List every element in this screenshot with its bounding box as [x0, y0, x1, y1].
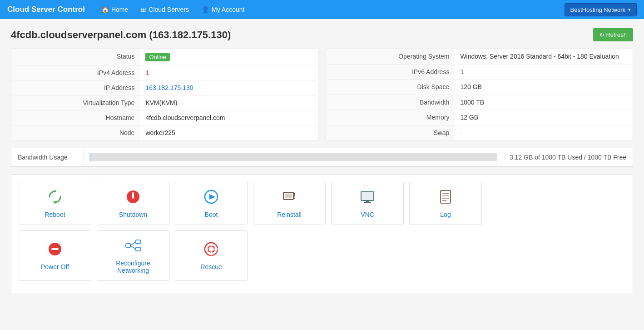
- table-row: Swap -: [326, 125, 633, 140]
- navbar: Cloud Server Control 🏠 Home ⊞ Cloud Serv…: [0, 0, 644, 19]
- svg-rect-13: [362, 192, 373, 200]
- vnc-icon: [359, 189, 376, 207]
- grid-icon: ⊞: [141, 6, 146, 13]
- bandwidth-section: Bandwidth Usage 3.12 GB of 1000 TB Used …: [11, 148, 633, 167]
- svg-rect-25: [136, 240, 140, 244]
- actions-row-2: Power Off Reconfigure Networking: [19, 230, 625, 281]
- shutdown-icon: [125, 189, 141, 207]
- os-label: Operating System: [326, 49, 455, 65]
- reboot-button[interactable]: Reboot: [19, 182, 91, 225]
- navbar-links: 🏠 Home ⊞ Cloud Servers 👤 My Account: [96, 2, 565, 17]
- table-row: Disk Space 120 GB: [326, 80, 633, 95]
- disk-space-value: 120 GB: [455, 80, 633, 95]
- rescue-label: Rescue: [200, 263, 222, 270]
- chevron-down-icon: ▾: [628, 7, 631, 13]
- ip-address-value: 163.182.175.130: [145, 84, 193, 91]
- bandwidth-bar-container: [84, 148, 503, 166]
- swap-label: Swap: [326, 125, 455, 140]
- navbar-brand: Cloud Server Control: [7, 5, 85, 14]
- ipv6-value: 1: [455, 64, 633, 80]
- reboot-label: Reboot: [45, 211, 65, 218]
- vnc-label: VNC: [361, 211, 374, 218]
- memory-value: 12 GB: [455, 110, 633, 125]
- power-off-icon: [47, 241, 63, 260]
- actions-row-1: Reboot Shutdown Boot: [19, 182, 625, 225]
- table-row: IP Address 163.182.175.130: [11, 80, 318, 95]
- table-row: Memory 12 GB: [326, 110, 633, 125]
- server-info-left-table: Status Online IPv4 Address 1 IP Address …: [11, 49, 318, 140]
- status-label: Status: [11, 49, 140, 65]
- info-section: Status Online IPv4 Address 1 IP Address …: [11, 49, 633, 140]
- shutdown-label: Shutdown: [119, 211, 147, 218]
- table-row: Hostname 4fcdb.cloudserverpanel.com: [11, 110, 318, 125]
- rescue-icon: [203, 241, 219, 260]
- bandwidth-label: Bandwidth: [326, 95, 455, 110]
- nav-home[interactable]: 🏠 Home: [96, 2, 134, 17]
- reboot-icon: [47, 189, 63, 207]
- hostname-value: 4fcdb.cloudserverpanel.com: [140, 110, 318, 125]
- ipv4-value: 1: [145, 69, 149, 76]
- svg-rect-24: [126, 244, 130, 247]
- page-header: 4fcdb.cloudserverpanel.com (163.182.175.…: [11, 28, 633, 41]
- bandwidth-bar-background: [89, 153, 497, 161]
- reconfig-networking-icon: [125, 237, 141, 256]
- log-icon: [437, 189, 454, 207]
- shutdown-button[interactable]: Shutdown: [97, 182, 169, 225]
- actions-section: Reboot Shutdown Boot: [11, 174, 633, 294]
- bandwidth-used-text: 3.12 GB of 1000 TB Used / 1000 TB Free: [503, 149, 633, 165]
- table-row: Operating System Windows: Server 2016 St…: [326, 49, 633, 65]
- disk-space-label: Disk Space: [326, 80, 455, 95]
- power-off-button[interactable]: Power Off: [19, 230, 91, 281]
- svg-line-27: [130, 242, 136, 245]
- virt-type-label: Virtualization Type: [11, 95, 140, 110]
- svg-rect-3: [132, 192, 134, 199]
- user-icon: 👤: [202, 6, 209, 13]
- svg-rect-7: [285, 194, 292, 198]
- reinstall-label: Reinstall: [277, 211, 302, 218]
- rescue-button[interactable]: Rescue: [175, 230, 248, 281]
- bandwidth-bar-fill: [89, 153, 91, 161]
- table-row: IPv4 Address 1: [11, 65, 318, 80]
- ipv6-label: IPv6 Address: [326, 64, 455, 80]
- reconfig-networking-button[interactable]: Reconfigure Networking: [97, 230, 169, 281]
- hosting-network-dropdown[interactable]: BestHosting Network ▾: [565, 3, 637, 16]
- server-info-right-table: Operating System Windows: Server 2016 St…: [326, 49, 633, 140]
- svg-rect-26: [136, 247, 140, 251]
- ipv4-label: IPv4 Address: [11, 65, 140, 80]
- reinstall-icon: [281, 189, 297, 207]
- table-row: IPv6 Address 1: [326, 64, 633, 80]
- svg-rect-17: [441, 190, 451, 203]
- svg-marker-5: [209, 194, 215, 200]
- table-row: Status Online: [11, 49, 318, 65]
- refresh-button[interactable]: ↻ Refresh: [593, 28, 633, 41]
- home-icon: 🏠: [101, 6, 109, 13]
- boot-icon: [203, 189, 219, 207]
- svg-rect-16: [364, 202, 371, 203]
- memory-label: Memory: [326, 110, 455, 125]
- bandwidth-usage-label: Bandwidth Usage: [11, 149, 84, 165]
- table-row: Virtualization Type KVM(KVM): [11, 95, 318, 110]
- svg-line-28: [130, 245, 136, 249]
- ip-address-label: IP Address: [11, 80, 140, 95]
- page-title: 4fcdb.cloudserverpanel.com (163.182.175.…: [11, 29, 231, 41]
- power-off-label: Power Off: [41, 263, 69, 270]
- nav-cloud-servers[interactable]: ⊞ Cloud Servers: [135, 2, 194, 17]
- main-content: 4fcdb.cloudserverpanel.com (163.182.175.…: [0, 19, 644, 330]
- log-button[interactable]: Log: [409, 182, 482, 225]
- table-row: Node worker225: [11, 125, 318, 140]
- os-value: Windows: Server 2016 Standard - 64bit - …: [455, 49, 633, 65]
- virt-type-value: KVM(KVM): [140, 95, 318, 110]
- svg-rect-23: [51, 248, 59, 250]
- log-label: Log: [440, 211, 451, 218]
- node-label: Node: [11, 125, 140, 140]
- boot-button[interactable]: Boot: [175, 182, 248, 225]
- svg-rect-15: [366, 200, 369, 202]
- vnc-button[interactable]: VNC: [331, 182, 404, 225]
- navbar-right: BestHosting Network ▾: [565, 3, 637, 16]
- svg-point-30: [208, 246, 214, 252]
- status-badge: Online: [145, 53, 170, 61]
- nav-my-account[interactable]: 👤 My Account: [196, 2, 250, 17]
- reinstall-button[interactable]: Reinstall: [253, 182, 326, 225]
- node-value: worker225: [140, 125, 318, 140]
- reconfig-networking-label: Reconfigure Networking: [104, 260, 162, 274]
